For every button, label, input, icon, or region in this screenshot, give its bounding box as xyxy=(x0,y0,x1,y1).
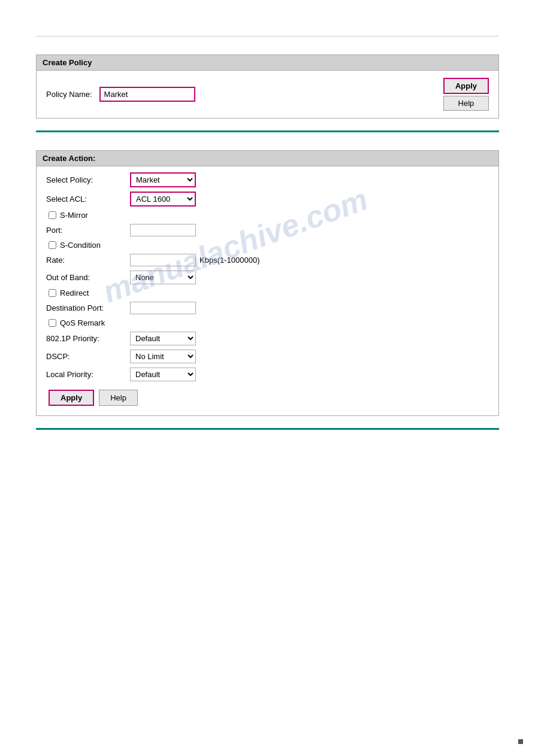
create-policy-header: Create Policy xyxy=(37,55,498,71)
top-divider xyxy=(36,36,499,37)
scondition-row: S-Condition xyxy=(46,241,489,250)
redirect-checkbox[interactable] xyxy=(49,289,56,297)
select-acl-dropdown[interactable]: ACL 1600 xyxy=(130,192,196,207)
scondition-checkbox[interactable] xyxy=(49,241,56,249)
policy-buttons-group: Apply Help xyxy=(443,78,489,111)
apply-button-bottom[interactable]: Apply xyxy=(49,390,94,406)
scondition-label: S-Condition xyxy=(60,241,101,250)
bottom-buttons-group: Apply Help xyxy=(46,390,489,406)
qos-remark-label: QoS Remark xyxy=(60,318,105,327)
out-of-band-row: Out of Band: None xyxy=(46,271,489,284)
local-priority-dropdown[interactable]: Default xyxy=(130,368,196,381)
dot1p-priority-row: 802.1P Priority: Default xyxy=(46,332,489,345)
select-policy-label: Select Policy: xyxy=(46,175,130,184)
select-policy-dropdown[interactable]: Market xyxy=(130,172,196,187)
dot1p-priority-label: 802.1P Priority: xyxy=(46,334,130,343)
out-of-band-dropdown[interactable]: None xyxy=(130,271,196,284)
select-acl-label: Select ACL: xyxy=(46,195,130,204)
destination-port-row: Destination Port: xyxy=(46,302,489,314)
smirror-label: S-Mirror xyxy=(60,211,88,220)
local-priority-row: Local Priority: Default xyxy=(46,368,489,381)
port-label: Port: xyxy=(46,226,130,235)
create-action-section: Create Action: Select Policy: Market Sel… xyxy=(36,150,499,416)
redirect-row: Redirect xyxy=(46,289,489,297)
apply-button-top[interactable]: Apply xyxy=(443,78,489,94)
help-button-top[interactable]: Help xyxy=(443,96,489,111)
bottom-square-indicator xyxy=(518,739,523,744)
select-policy-row: Select Policy: Market xyxy=(46,172,489,187)
rate-row: Rate: Kbps(1-1000000) xyxy=(46,254,489,266)
smirror-row: S-Mirror xyxy=(46,211,489,220)
destination-port-input[interactable] xyxy=(130,302,196,314)
qos-remark-row: QoS Remark xyxy=(46,318,489,327)
port-input[interactable] xyxy=(130,224,196,236)
redirect-label: Redirect xyxy=(60,289,89,297)
port-row: Port: xyxy=(46,224,489,236)
dscp-label: DSCP: xyxy=(46,352,130,361)
out-of-band-label: Out of Band: xyxy=(46,273,130,282)
create-policy-section: Create Policy Policy Name: Apply Help xyxy=(36,54,499,119)
teal-divider-bottom xyxy=(36,428,499,430)
create-action-header: Create Action: xyxy=(37,151,498,166)
select-acl-row: Select ACL: ACL 1600 xyxy=(46,192,489,207)
policy-name-input[interactable] xyxy=(99,87,195,102)
rate-input[interactable] xyxy=(130,254,196,266)
rate-label: Rate: xyxy=(46,256,130,265)
dot1p-priority-dropdown[interactable]: Default xyxy=(130,332,196,345)
dscp-dropdown[interactable]: No Limit xyxy=(130,350,196,363)
teal-divider-top xyxy=(36,130,499,132)
rate-hint: Kbps(1-1000000) xyxy=(200,256,259,265)
dscp-row: DSCP: No Limit xyxy=(46,350,489,363)
local-priority-label: Local Priority: xyxy=(46,370,130,379)
qos-remark-checkbox[interactable] xyxy=(49,319,56,327)
smirror-checkbox[interactable] xyxy=(49,211,56,219)
help-button-bottom[interactable]: Help xyxy=(99,390,138,406)
destination-port-label: Destination Port: xyxy=(46,303,130,312)
policy-name-label: Policy Name: xyxy=(46,90,92,99)
